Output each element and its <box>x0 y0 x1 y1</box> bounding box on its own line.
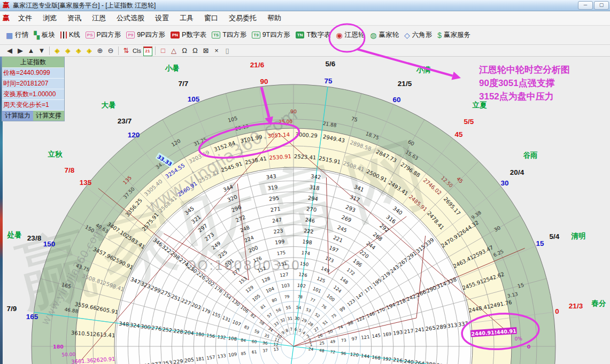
svg-text:120: 120 <box>350 351 359 358</box>
menu-logo-icon: 赢 <box>3 13 10 23</box>
svg-text:55: 55 <box>285 305 291 311</box>
wheel-ext-label: 20/4 <box>510 168 524 176</box>
calendar-tool-icon[interactable]: 21 <box>142 45 153 56</box>
toolbar-button-行情[interactable]: ▦行情 <box>3 30 31 40</box>
svg-text:199: 199 <box>275 238 285 245</box>
pan-down-tool-icon[interactable]: ◆↓ <box>84 46 95 56</box>
converge-tool-icon[interactable]: × <box>211 46 222 56</box>
svg-text:61: 61 <box>251 350 257 355</box>
toolbar-separator <box>49 47 50 55</box>
toolbar-button-K线[interactable]: K线 <box>58 30 83 40</box>
panel-title: 上证指数 <box>2 57 64 68</box>
svg-text:133: 133 <box>217 353 226 359</box>
toolbar-button-9T四方形[interactable]: T99T四方形 <box>249 30 292 40</box>
grid-box-tool-icon[interactable]: ⊠ <box>200 46 211 56</box>
hexagon-icon: ◇ <box>404 32 410 39</box>
pan-up-tool-icon[interactable]: ◆↑ <box>73 46 84 56</box>
svg-text:192: 192 <box>382 356 391 362</box>
toolbar-button-板块[interactable]: ▚板块 <box>31 30 58 40</box>
svg-text:150: 150 <box>300 261 309 267</box>
panel-rows: 价格=2440.9099时间=20181207变换系数=1.00000周天变化步… <box>2 68 64 111</box>
up-tool-icon[interactable]: ▲ <box>26 46 36 56</box>
panel-field: 时间=20181207 <box>2 79 64 89</box>
svg-text:180: 180 <box>53 344 64 350</box>
wheel-ext-label: 21/6 <box>250 61 264 69</box>
cls-tool-icon[interactable]: Cls <box>132 46 142 56</box>
wheel-ext-label: 60 <box>392 96 400 104</box>
wheel-ext-label: 7/8 <box>65 166 75 174</box>
pan-right-tool-icon[interactable]: ◆→ <box>63 46 73 56</box>
zoom-out-tool-icon[interactable]: ⊖ <box>105 46 116 56</box>
svg-text:54: 54 <box>296 305 302 311</box>
sort-tool-icon[interactable]: ⇅ <box>121 46 132 56</box>
kline-icon <box>60 32 67 38</box>
prev-tool-icon[interactable]: ◀ <box>4 46 15 56</box>
arc-cw-tool-icon[interactable]: Ω <box>179 46 190 56</box>
svg-text:168: 168 <box>372 354 381 361</box>
board-tool-icon[interactable]: ▯ <box>222 46 233 56</box>
toolbar-button-T四方形[interactable]: TST四方形 <box>209 30 249 40</box>
svg-text:13: 13 <box>273 346 279 352</box>
menu-item-江恩[interactable]: 江恩 <box>87 12 111 25</box>
next-tool-icon[interactable]: ▶ <box>15 46 26 56</box>
svg-text:174: 174 <box>301 250 310 256</box>
svg-text:31: 31 <box>287 316 293 321</box>
rect-tool-tool-icon[interactable]: □ <box>158 46 168 56</box>
toolbar-button-六角形[interactable]: ◇六角形 <box>401 30 435 40</box>
triangle-tool-tool-icon[interactable]: △ <box>168 46 179 56</box>
maximize-button[interactable]: ▢ <box>594 1 609 10</box>
svg-text:36: 36 <box>262 340 268 346</box>
quotes-grid-icon: ▦ <box>6 32 13 39</box>
zoom-in-tool-icon[interactable]: ⊕ <box>95 46 105 56</box>
toolbar-button-赢家轮[interactable]: ◍赢家轮 <box>367 30 401 40</box>
toolbar-button-赢家服务[interactable]: $赢家服务 <box>435 30 473 40</box>
main-toolbar: ▦行情▚板块K线PSP四方形P99P四方形PNP数字表TST四方形T99T四方形… <box>0 26 610 45</box>
menu-item-窗口[interactable]: 窗口 <box>199 12 223 25</box>
title-bar: 赢 赢家江恩专业版[赢家服务平台] - [上证指数 江恩轮] ─ ▢ <box>0 0 610 11</box>
svg-text:198: 198 <box>302 238 312 245</box>
menu-item-工具[interactable]: 工具 <box>174 12 199 25</box>
minimize-button[interactable]: ─ <box>578 1 593 10</box>
svg-text:246: 246 <box>305 216 315 223</box>
down-tool-icon[interactable]: ▼ <box>36 46 47 56</box>
arc-ccw-tool-icon[interactable]: Ω <box>190 46 200 56</box>
calc-resistance-button[interactable]: 计算阻力 <box>2 111 33 121</box>
wheel-ext-label: 春分 <box>592 299 606 308</box>
menu-item-浏览[interactable]: 浏览 <box>37 12 62 25</box>
svg-text:217: 217 <box>404 328 414 335</box>
p-table-icon: PN <box>171 32 180 38</box>
toolbar-label: 赢家轮 <box>379 30 399 40</box>
toolbar-button-江恩轮[interactable]: ◉江恩轮 <box>334 30 368 40</box>
wheel-ext-label: 小满 <box>416 65 431 75</box>
wheel-ext-label: 21/5 <box>398 80 412 88</box>
t-table-icon: TN <box>296 32 305 38</box>
wheel-ext-label: 7/9 <box>7 305 17 313</box>
calc-support-button[interactable]: 计算支撑 <box>33 111 64 121</box>
wheel-ext-label: 5/6 <box>326 60 336 68</box>
menu-item-文件[interactable]: 文件 <box>13 12 37 25</box>
9p-square-icon: P9 <box>126 32 135 38</box>
app-logo-icon: 赢 <box>3 1 10 10</box>
toolbar-button-P数字表[interactable]: PNP数字表 <box>168 30 209 40</box>
wheel-ext-label: 5/4 <box>550 233 560 241</box>
pan-left-tool-icon[interactable]: ◆← <box>52 46 63 56</box>
wheel-ext-label: 45 <box>454 130 462 138</box>
svg-text:0: 0 <box>527 344 531 350</box>
wheel-ext-label: 21/3 <box>569 302 583 310</box>
toolbar-button-P四方形[interactable]: PSP四方形 <box>83 30 124 40</box>
menu-item-公式选股[interactable]: 公式选股 <box>111 12 150 25</box>
annotation-line: 90度3051点强支撑 <box>479 76 570 90</box>
svg-text:78: 78 <box>297 294 303 299</box>
toolbar-button-T数字表[interactable]: TNT数字表 <box>293 30 334 40</box>
winner-wheel-icon: ◍ <box>370 32 376 39</box>
menu-item-交易委托[interactable]: 交易委托 <box>223 12 262 25</box>
menu-item-资讯[interactable]: 资讯 <box>62 12 87 25</box>
wheel-ext-label: 小暑 <box>165 64 180 73</box>
wheel-ext-label: 处暑 <box>7 230 22 240</box>
blocks-icon: ▚ <box>34 32 40 39</box>
menu-item-帮助[interactable]: 帮助 <box>262 12 287 25</box>
svg-text:121: 121 <box>361 334 370 340</box>
toolbar-button-9P四方形[interactable]: P99P四方形 <box>123 30 168 40</box>
menu-item-设置[interactable]: 设置 <box>150 12 174 25</box>
wheel-ext-label: 30 <box>500 179 508 187</box>
